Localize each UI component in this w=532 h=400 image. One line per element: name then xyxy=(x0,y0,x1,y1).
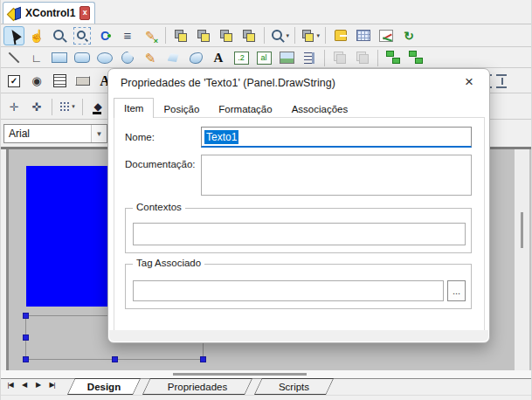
send-to-back-button[interactable] xyxy=(193,26,214,45)
connect-points-button[interactable] xyxy=(383,48,404,67)
rectangle-tool-button[interactable] xyxy=(49,48,70,67)
dialog-tab-formatacao[interactable]: Formatação xyxy=(209,100,281,118)
chevron-down-icon[interactable]: ▾ xyxy=(72,103,75,110)
arc-tool-icon xyxy=(121,52,134,64)
vertical-scrollbar-thumb[interactable] xyxy=(521,212,523,248)
zoom-region-button[interactable] xyxy=(72,26,93,45)
contextos-label: Contextos xyxy=(133,202,185,212)
tab-design-label: Design xyxy=(68,379,140,394)
picture-tool-icon xyxy=(280,52,294,64)
chevron-down-icon[interactable]: ▾ xyxy=(286,32,289,39)
report-object-button[interactable] xyxy=(353,26,374,45)
line-tool-icon xyxy=(6,50,22,66)
arc-tool-button[interactable] xyxy=(117,48,138,67)
fill-color-icon: ◆ xyxy=(90,99,106,114)
last-page-button[interactable]: ▶| xyxy=(47,381,57,389)
alarm-object-button[interactable] xyxy=(330,26,351,45)
tab-propriedades[interactable]: Propriedades xyxy=(142,378,252,395)
tab-design[interactable]: Design xyxy=(67,378,141,395)
scale-tool-button[interactable] xyxy=(299,48,320,67)
polyline-tool-button[interactable]: ∟ xyxy=(26,48,47,67)
nome-input[interactable]: Texto1 xyxy=(201,127,472,148)
select-tool-button[interactable] xyxy=(3,26,24,45)
chart-object-button[interactable] xyxy=(376,26,397,45)
canvas-left-edge xyxy=(1,149,9,370)
first-page-button[interactable]: |◀ xyxy=(5,381,15,389)
tag-associado-input[interactable] xyxy=(133,280,444,301)
dialog-tab-associacoes[interactable]: Associações xyxy=(282,100,358,118)
tab-order-button[interactable]: ≡ xyxy=(117,26,138,45)
connect-points-icon xyxy=(385,50,401,66)
contextos-input[interactable] xyxy=(133,223,466,245)
button-control-button[interactable] xyxy=(72,72,93,91)
dialog-close-icon[interactable]: × xyxy=(460,73,478,91)
zoom-menu-icon xyxy=(270,28,285,44)
polygon-tool-button[interactable] xyxy=(162,48,183,67)
horizontal-scrollbar-thumb[interactable] xyxy=(173,373,307,376)
send-to-back-icon xyxy=(196,28,211,44)
chevron-down-icon[interactable]: ▼ xyxy=(91,125,107,142)
horizontal-scrollbar[interactable] xyxy=(1,370,532,378)
chevron-down-icon[interactable]: ▾ xyxy=(316,32,320,39)
selection-handle[interactable] xyxy=(23,356,29,362)
selection-handle[interactable] xyxy=(23,313,29,319)
selection-handle[interactable] xyxy=(23,334,29,341)
font-family-value: Arial xyxy=(4,128,91,140)
pan-tool-button[interactable]: ☝ xyxy=(26,26,47,45)
zoom-menu-button[interactable]: ▾ xyxy=(269,26,290,45)
anchor-tool-button[interactable]: ✜ xyxy=(26,97,47,116)
selection-handle[interactable] xyxy=(112,356,118,362)
font-family-combobox[interactable]: Arial ▼ xyxy=(3,124,107,143)
zoom-region-icon xyxy=(73,27,91,45)
zoom-tool-button[interactable] xyxy=(49,26,70,45)
browse-tag-button[interactable]: ... xyxy=(447,280,466,301)
rectangle-tool-icon xyxy=(52,52,67,63)
vertical-scrollbar[interactable] xyxy=(515,149,529,370)
close-document-icon[interactable]: x xyxy=(79,6,90,20)
dialog-tab-posicao[interactable]: Posição xyxy=(154,100,209,118)
bring-forward-button[interactable] xyxy=(216,26,237,45)
document-tab-xcontrol1[interactable]: XControl1 x xyxy=(3,2,95,24)
documentacao-input[interactable] xyxy=(201,155,472,196)
text-tool-button[interactable]: A xyxy=(208,48,229,67)
nudge-tool-icon: ✛ xyxy=(6,99,22,114)
listbox-control-button[interactable] xyxy=(49,72,70,91)
send-backward-button[interactable] xyxy=(238,26,259,45)
dialog-tab-item[interactable]: Item xyxy=(114,98,154,118)
line-tool-button[interactable] xyxy=(3,48,24,67)
tab-scripts-label: Scripts xyxy=(255,379,333,394)
ungroup-button[interactable] xyxy=(352,48,373,67)
disconnect-points-button[interactable] xyxy=(405,48,426,67)
center-vertical-icon xyxy=(496,74,507,88)
radio-control-button[interactable]: ◉ xyxy=(26,72,47,91)
closed-curve-tool-button[interactable] xyxy=(185,48,206,67)
freehand-tool-button[interactable]: ✎ xyxy=(140,48,161,67)
group-button[interactable] xyxy=(329,48,350,67)
bring-to-front-button[interactable] xyxy=(170,26,191,45)
group-icon xyxy=(332,50,348,66)
picture-tool-button[interactable] xyxy=(276,48,297,67)
checkbox-control-button[interactable]: ✓ xyxy=(3,72,24,91)
nome-label: Nome: xyxy=(125,132,155,142)
group-menu-button[interactable]: ▾ xyxy=(300,26,321,45)
nudge-tool-button[interactable]: ✛ xyxy=(3,97,24,116)
rotate-tool-button[interactable]: C xyxy=(94,26,115,45)
toolbar-separator xyxy=(264,27,265,44)
ellipse-tool-button[interactable] xyxy=(94,48,115,67)
center-vertical-button[interactable] xyxy=(491,72,512,91)
fill-color-button[interactable]: ◆ xyxy=(87,97,108,116)
next-page-button[interactable]: ▶ xyxy=(33,381,43,389)
setpoint-tool-button[interactable]: al xyxy=(253,48,274,67)
tab-scripts[interactable]: Scripts xyxy=(254,378,334,395)
previous-page-button[interactable]: ◀ xyxy=(19,381,29,389)
grid-toggle-button[interactable]: ▾ xyxy=(57,97,78,116)
display-tool-button[interactable]: .2 xyxy=(231,48,252,67)
selection-handle[interactable] xyxy=(200,356,206,362)
scale-tool-icon xyxy=(304,52,314,64)
edit-points-button[interactable]: ✎ xyxy=(140,26,161,45)
rounded-rectangle-tool-button[interactable] xyxy=(72,48,93,67)
ungroup-icon xyxy=(355,50,370,66)
recipe-object-button[interactable]: ↻ xyxy=(398,26,419,45)
recipe-object-icon: ↻ xyxy=(401,28,417,44)
toolbar-separator xyxy=(52,99,52,115)
